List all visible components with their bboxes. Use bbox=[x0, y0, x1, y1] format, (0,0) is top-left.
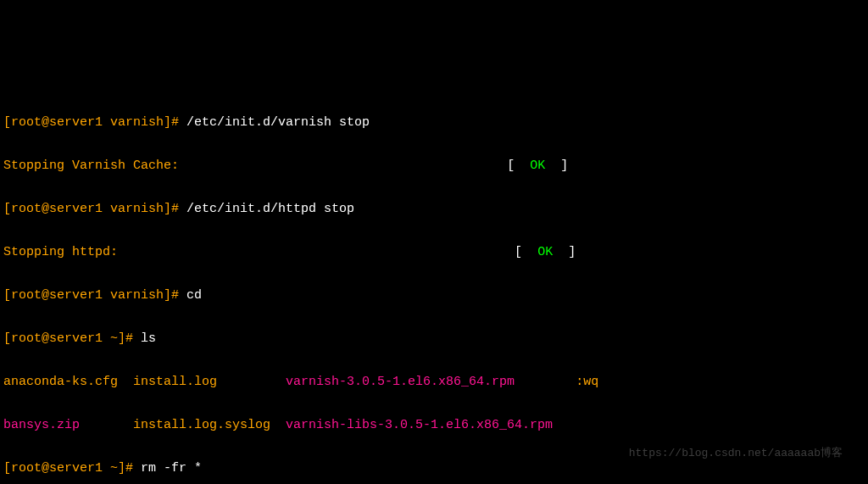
command: cd bbox=[186, 288, 202, 303]
file: bansys.zip bbox=[3, 418, 80, 432]
command: /etc/init.d/httpd stop bbox=[186, 202, 354, 216]
prompt: [root@server1 ~]# bbox=[3, 331, 141, 346]
terminal-output[interactable]: [root@server1 varnish]# /etc/init.d/varn… bbox=[3, 90, 865, 484]
prompt: [root@server1 varnish]# bbox=[3, 202, 186, 216]
prompt: [root@server1 varnish]# bbox=[3, 288, 186, 303]
watermark: https://blog.csdn.net/aaaaaab博客 bbox=[629, 444, 843, 463]
ls-output: anaconda-ks.cfg install.log varnish-3.0.… bbox=[3, 371, 865, 393]
file: anaconda-ks.cfg bbox=[3, 375, 118, 389]
cmd-line: [root@server1 varnish]# cd bbox=[3, 285, 865, 307]
bracket: [ bbox=[515, 245, 537, 259]
file: install.log.syslog bbox=[80, 418, 286, 432]
status-ok: OK bbox=[530, 159, 545, 173]
bracket: ] bbox=[545, 159, 568, 173]
status-label: Stopping Varnish Cache: bbox=[3, 159, 179, 173]
command: ls bbox=[141, 331, 156, 346]
status-label: Stopping httpd: bbox=[3, 245, 118, 259]
cmd-line: [root@server1 ~]# ls bbox=[3, 328, 865, 350]
cmd-line: [root@server1 varnish]# /etc/init.d/varn… bbox=[3, 112, 865, 134]
file: install.log bbox=[118, 375, 286, 389]
cmd-line: [root@server1 varnish]# /etc/init.d/http… bbox=[3, 198, 865, 220]
tail: :wq bbox=[515, 375, 598, 389]
bracket: [ bbox=[507, 159, 530, 173]
command: rm -fr * bbox=[141, 461, 202, 476]
prompt: [root@server1 varnish]# bbox=[3, 115, 186, 130]
status-ok: OK bbox=[537, 245, 553, 259]
status-line: Stopping httpd: [ OK ] bbox=[3, 242, 865, 264]
status-line: Stopping Varnish Cache: [ OK ] bbox=[3, 155, 865, 177]
file: varnish-libs-3.0.5-1.el6.x86_64.rpm bbox=[286, 418, 553, 432]
prompt: [root@server1 ~]# bbox=[3, 461, 141, 476]
ls-output: bansys.zip install.log.syslog varnish-li… bbox=[3, 414, 865, 437]
command: /etc/init.d/varnish stop bbox=[186, 115, 370, 130]
file: varnish-3.0.5-1.el6.x86_64.rpm bbox=[286, 375, 515, 389]
bracket: ] bbox=[553, 245, 576, 259]
